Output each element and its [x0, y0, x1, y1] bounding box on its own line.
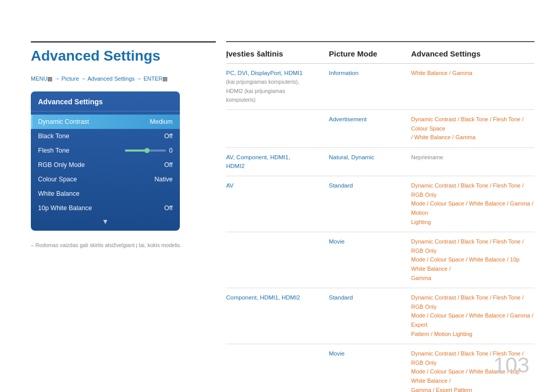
colour-space-value: Native [155, 176, 173, 183]
black-tone-value: Off [164, 133, 173, 140]
col-title-mode: Picture Mode [329, 49, 411, 58]
mode-cell: Natural, Dynamic [329, 153, 411, 162]
white-balance-label: White Balance [38, 190, 80, 197]
mode-text: Movie [329, 238, 345, 245]
menu-item-colour-space[interactable]: Colour Space Native [31, 172, 180, 186]
mode-cell: Movie [329, 237, 411, 246]
settings-text2: Mode / Colour Space / White Balance / Ga… [411, 312, 533, 328]
flesh-tone-slider-dot [144, 148, 150, 153]
settings-cell: Dynamic Contrast / Black Tone / Flesh To… [411, 237, 534, 283]
mode-cell: Information [329, 69, 411, 78]
rgb-only-mode-label: RGB Only Mode [38, 161, 85, 169]
menu-item-white-balance[interactable]: White Balance [31, 186, 180, 201]
10p-white-balance-label: 10p White Balance [38, 204, 92, 212]
page-number: 103 [493, 353, 529, 378]
menu-item-dynamic-contrast[interactable]: Dynamic Contrast Medium [31, 115, 180, 129]
flesh-tone-slider-bar[interactable] [125, 150, 166, 152]
menu-item-flesh-tone[interactable]: Flesh Tone 0 [31, 143, 180, 158]
colour-space-label: Colour Space [38, 176, 77, 183]
mode-cell: Standard [329, 293, 411, 302]
source-text: PC, DVI, DisplayPort, HDMI1 [226, 70, 303, 76]
menu-item-10p-white-balance[interactable]: 10p White Balance Off [31, 201, 180, 215]
source-text: AV, Component, HDMI1, [226, 154, 290, 160]
settings-text3: Lighting [411, 219, 431, 225]
source-cell: AV, Component, HDMI1, HDMI2 [226, 153, 329, 171]
left-section: Advanced Settings MENU▩ → Picture → Adva… [31, 41, 216, 248]
settings-cell: Dynamic Contrast / Black Tone / Flesh To… [411, 293, 534, 339]
right-section: Įvesties šaltinis Picture Mode Advanced … [226, 41, 534, 392]
mode-text: Standard [329, 182, 353, 189]
rgb-only-mode-value: Off [164, 161, 173, 169]
menu-item-rgb-only-mode[interactable]: RGB Only Mode Off [31, 158, 180, 172]
source-text2: HDMI2 [226, 163, 245, 169]
flesh-tone-label: Flesh Tone [38, 147, 69, 154]
dynamic-contrast-label: Dynamic Contrast [38, 118, 89, 125]
footnote: Rodomas vaizdas gali skirtis atsižvelgia… [31, 242, 216, 248]
settings-cell: Dynamic Contrast / Black Tone / Flesh To… [411, 115, 534, 142]
black-tone-label: Black Tone [38, 133, 69, 140]
source-cell: PC, DVI, DisplayPort, HDMI1 (kai prijung… [226, 69, 329, 104]
settings-na: Neprieiname [411, 154, 443, 160]
table-row: PC, DVI, DisplayPort, HDMI1 (kai prijung… [226, 64, 534, 110]
mode-cell: Standard [329, 181, 411, 190]
settings-text: Dynamic Contrast / Black Tone / Flesh To… [411, 182, 524, 198]
source-subtext: (kai prijungiamas kompiuteris), [226, 79, 299, 85]
table-row: AV, Component, HDMI1, HDMI2 Natural, Dyn… [226, 148, 534, 177]
settings-text3: Gamma [411, 275, 431, 281]
table-row: Movie Dynamic Contrast / Black Tone / Fl… [226, 344, 534, 392]
settings-text3: Gamma / Expert Pattern [411, 387, 472, 392]
settings-text: Dynamic Contrast / Black Tone / Flesh To… [411, 294, 524, 310]
settings-cell: Dynamic Contrast / Black Tone / Flesh To… [411, 181, 534, 227]
col-title-source: Įvesties šaltinis [226, 49, 329, 58]
tv-panel: Advanced Settings Dynamic Contrast Mediu… [31, 91, 180, 231]
source-text: Component, HDMI1, HDMI2 [226, 294, 300, 301]
mode-cell: Movie [329, 349, 411, 358]
menu-item-black-tone[interactable]: Black Tone Off [31, 129, 180, 143]
settings-text2: Mode / Colour Space / White Balance / 10… [411, 256, 520, 272]
mode-text: Movie [329, 350, 345, 357]
settings-cell: Neprieiname [411, 153, 534, 162]
settings-text2: Mode / Colour Space / White Balance / Ga… [411, 200, 533, 216]
breadcrumb: MENU▩ → Picture → Advanced Settings → EN… [31, 76, 216, 82]
mode-text: Natural, Dynamic [329, 154, 374, 160]
page-title: Advanced Settings [31, 41, 216, 64]
source-text: AV [226, 182, 234, 189]
settings-cell: White Balance / Gamma [411, 69, 534, 78]
col-title-settings: Advanced Settings [411, 49, 534, 58]
flesh-tone-slider-container: 0 [125, 147, 173, 154]
source-cell: AV [226, 181, 329, 190]
chevron-down-icon: ▼ [31, 215, 180, 227]
top-divider [226, 41, 534, 42]
mode-cell: Advertisement [329, 115, 411, 124]
flesh-tone-value: 0 [169, 147, 173, 154]
source-subtext3: kompiuteris) [226, 97, 255, 103]
mode-text: Advertisement [329, 116, 367, 122]
table-row: AV Standard Dynamic Contrast / Black Ton… [226, 176, 534, 232]
source-subtext2: HDMI2 (kai prijungiamas [226, 88, 285, 94]
settings-text3: Pattern / Motion Lighting [411, 331, 472, 337]
mode-text: Standard [329, 294, 353, 301]
table-row: Component, HDMI1, HDMI2 Standard Dynamic… [226, 288, 534, 344]
settings-text2: / White Balance / Gamma [411, 134, 475, 140]
flesh-tone-slider-fill [125, 150, 145, 152]
source-cell: Component, HDMI1, HDMI2 [226, 293, 329, 302]
table-header: Įvesties šaltinis Picture Mode Advanced … [226, 49, 534, 64]
10p-white-balance-value: Off [164, 204, 173, 212]
settings-text: Dynamic Contrast / Black Tone / Flesh To… [411, 238, 524, 254]
mode-text: Information [329, 70, 359, 76]
table-row: Movie Dynamic Contrast / Black Tone / Fl… [226, 232, 534, 288]
tv-panel-title: Advanced Settings [31, 98, 180, 111]
dynamic-contrast-value: Medium [150, 118, 173, 125]
settings-text: White Balance / Gamma [411, 70, 472, 76]
settings-text: Dynamic Contrast / Black Tone / Flesh To… [411, 116, 524, 132]
table-row: Advertisement Dynamic Contrast / Black T… [226, 110, 534, 148]
